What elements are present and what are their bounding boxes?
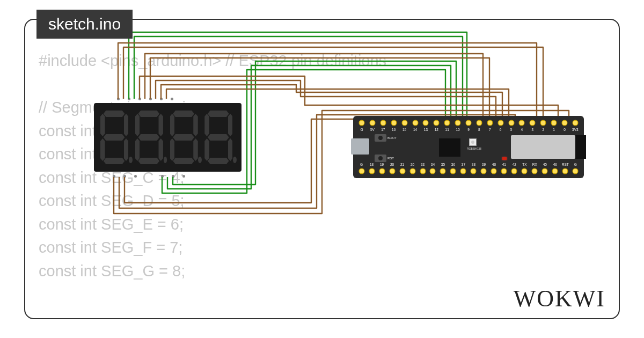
pin-label: 45 <box>541 163 549 166</box>
gpio-pin[interactable] <box>459 166 467 176</box>
logo-text: WOKWI <box>514 285 605 312</box>
gpio-pin[interactable] <box>572 166 580 176</box>
pin-label: RST <box>561 163 569 166</box>
gpio-pin[interactable] <box>357 118 366 128</box>
reset-button[interactable] <box>375 155 386 162</box>
digit-4 <box>204 111 235 164</box>
pin-label: 13 <box>421 128 430 131</box>
pin-label: 7 <box>486 128 494 131</box>
pin-header-bottom <box>356 166 581 176</box>
gpio-pin[interactable] <box>390 118 398 128</box>
gpio-pin[interactable] <box>432 118 441 128</box>
pin-label: 3 <box>528 128 537 131</box>
pin-label: 5 <box>507 128 515 131</box>
gpio-pin[interactable] <box>357 166 365 176</box>
pin-label: 10 <box>453 128 462 131</box>
gpio-pin[interactable] <box>496 118 505 128</box>
code-line: const int SEG_D = 5; <box>39 192 185 209</box>
gpio-pin[interactable] <box>443 118 451 128</box>
pin-label: 17 <box>379 128 387 131</box>
gpio-pin[interactable] <box>429 166 437 176</box>
boot-button[interactable] <box>375 134 386 142</box>
pin-label: 34 <box>429 163 437 166</box>
gpio-pin[interactable] <box>475 118 484 128</box>
usb-port-icon <box>351 138 369 155</box>
gpio-pin[interactable] <box>517 118 526 128</box>
mcu-chip-icon <box>439 138 460 157</box>
gpio-pin[interactable] <box>408 166 416 176</box>
gpio-pin[interactable] <box>368 118 377 128</box>
gpio-pin[interactable] <box>388 166 396 176</box>
gpio-pin[interactable] <box>550 118 558 128</box>
pin-label: G <box>572 163 580 166</box>
gpio-pin[interactable] <box>531 166 539 176</box>
pin-label: 46 <box>551 163 559 166</box>
seven-segment-display[interactable] <box>94 103 241 172</box>
pin-label: G <box>357 128 366 131</box>
gpio-pin[interactable] <box>453 118 462 128</box>
gpio-pin[interactable] <box>470 166 478 176</box>
pin-label: 11 <box>443 128 451 131</box>
file-tab[interactable]: sketch.ino <box>36 10 133 39</box>
gpio-pin[interactable] <box>419 166 427 176</box>
pin-label: 41 <box>500 163 508 166</box>
gpio-pin[interactable] <box>510 166 518 176</box>
pin-label: 1 <box>550 128 558 131</box>
pin-label: 12 <box>432 128 441 131</box>
pin-label: 37 <box>459 163 467 166</box>
pin-label: G <box>357 163 365 166</box>
antenna-icon <box>575 135 586 159</box>
gpio-pin[interactable] <box>378 166 386 176</box>
pin-label: TX <box>521 163 529 166</box>
gpio-pin[interactable] <box>480 166 488 176</box>
gpio-pin[interactable] <box>379 118 387 128</box>
pin-label: 5V <box>368 128 377 131</box>
esp32-board[interactable]: G5V171615141312111098765432103V3 G181920… <box>353 116 584 178</box>
power-led-icon <box>502 157 507 160</box>
gpio-pin[interactable] <box>528 118 537 128</box>
pin-label: RX <box>531 163 539 166</box>
gpio-pin[interactable] <box>541 166 549 176</box>
pin-header-top <box>356 118 581 128</box>
pin-label: 18 <box>368 163 376 166</box>
code-line: #include <pins_arduino.h> // ESP32 pin d… <box>39 52 386 69</box>
pin-label: 33 <box>419 163 427 166</box>
pin-label: 21 <box>398 163 406 166</box>
gpio-pin[interactable] <box>411 118 419 128</box>
digit-1 <box>100 111 131 164</box>
wokwi-logo: WOKWI <box>514 285 605 312</box>
pin-label: 38 <box>470 163 478 166</box>
gpio-pin[interactable] <box>490 166 498 176</box>
file-tab-label: sketch.ino <box>48 15 121 33</box>
rgb-label: RGB@IO38 <box>467 147 481 150</box>
gpio-pin[interactable] <box>400 118 409 128</box>
digit-3 <box>170 111 201 164</box>
gpio-pin[interactable] <box>486 118 494 128</box>
gpio-pin[interactable] <box>464 118 473 128</box>
gpio-pin[interactable] <box>500 166 508 176</box>
pin-labels-top: G5V171615141312111098765432103V3 <box>356 128 581 131</box>
pin-label: 40 <box>490 163 498 166</box>
gpio-pin[interactable] <box>449 166 457 176</box>
pin-label: 26 <box>408 163 416 166</box>
pin-label: 14 <box>411 128 419 131</box>
gpio-pin[interactable] <box>398 166 406 176</box>
pin-label: 3V3 <box>571 128 580 131</box>
gpio-pin[interactable] <box>551 166 559 176</box>
gpio-pin[interactable] <box>368 166 376 176</box>
pin-label: 15 <box>400 128 409 131</box>
gpio-pin[interactable] <box>521 166 529 176</box>
gpio-pin[interactable] <box>539 118 547 128</box>
pin-label: 2 <box>539 128 547 131</box>
code-line: const int SEG_G = 8; <box>39 262 185 280</box>
gpio-pin[interactable] <box>560 118 569 128</box>
gpio-pin[interactable] <box>561 166 569 176</box>
digit-2 <box>135 111 166 164</box>
gpio-pin[interactable] <box>439 166 447 176</box>
gpio-pin[interactable] <box>571 118 580 128</box>
pin-label: 19 <box>378 163 386 166</box>
pin-label: 39 <box>480 163 488 166</box>
code-line: const int SEG_F = 7; <box>39 239 182 256</box>
gpio-pin[interactable] <box>507 118 515 128</box>
gpio-pin[interactable] <box>421 118 430 128</box>
